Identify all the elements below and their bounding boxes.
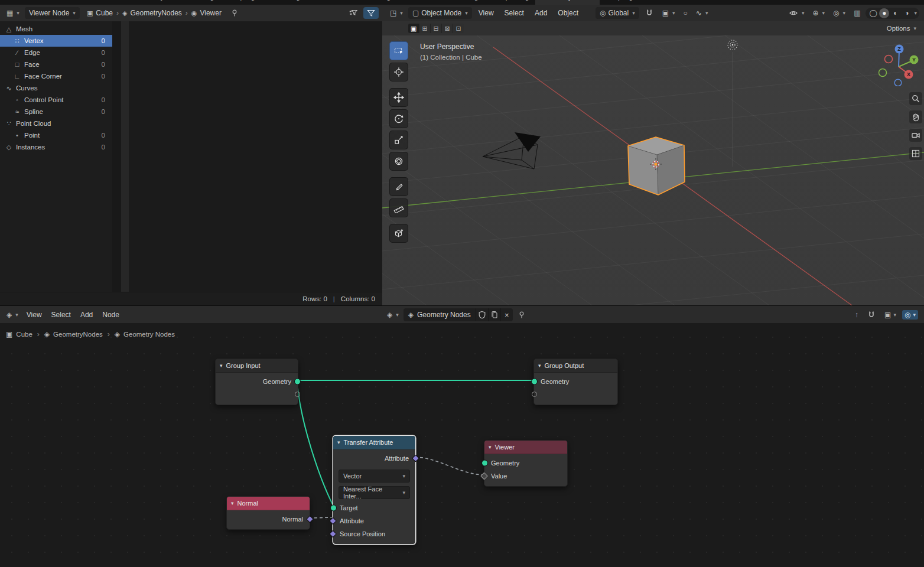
data-type-dropdown[interactable]: Vector ▾	[339, 470, 410, 483]
geometry-output-socket[interactable]	[294, 379, 301, 385]
tree-row-point-cloud[interactable]: ∵ Point Cloud	[0, 118, 112, 129]
collapse-icon[interactable]: ▾	[489, 444, 492, 450]
menu-view[interactable]: View	[22, 309, 46, 321]
menu-node[interactable]: Node	[98, 309, 123, 321]
tool-rotate[interactable]	[389, 109, 408, 128]
node-group-output[interactable]: ▾ Group Output Geometry	[533, 359, 618, 405]
tree-row-vertex[interactable]: ∷ Vertex 0	[0, 35, 112, 47]
camera-object[interactable]	[483, 132, 541, 169]
camera-view-button[interactable]	[909, 129, 922, 142]
tree-row-spline[interactable]: ≈ Spline 0	[0, 106, 112, 118]
workspace-tab-rendering[interactable]: Rendering	[440, 0, 484, 5]
node-editor-canvas[interactable]: ▣ Cube › ◈ GeometryNodes › ◈ Geometry No…	[0, 323, 924, 567]
go-to-parent-button[interactable]: ↑	[853, 310, 861, 320]
tool-select-box[interactable]	[389, 41, 408, 60]
breadcrumb-nodetree[interactable]: ◈ GeometryNodes	[122, 9, 182, 17]
select-mode-intersect[interactable]: ⊡	[453, 24, 464, 33]
filter-sort-button[interactable]	[346, 7, 361, 19]
link-attribute-value[interactable]	[415, 457, 484, 475]
fake-user-toggle[interactable]	[476, 308, 488, 321]
pin-button[interactable]	[515, 309, 529, 320]
tool-add-cube[interactable]	[389, 224, 408, 243]
node-header[interactable]: ▾ Group Input	[216, 359, 298, 373]
navigation-gizmo[interactable]: Z Y X	[873, 40, 919, 86]
axis-neg-x-ball[interactable]	[885, 56, 893, 63]
nodetree-name-field[interactable]: ◈ Geometry Nodes	[404, 308, 476, 321]
workspace-tab-animation[interactable]: Animation	[397, 0, 440, 5]
cube-object[interactable]	[628, 137, 685, 195]
editor-type-button[interactable]: ▦ ▾	[4, 8, 22, 18]
mode-dropdown[interactable]: ▢ Object Mode ▾	[408, 7, 472, 19]
workspace-tab-geometry-nodes[interactable]: Geometry Nodes	[535, 0, 600, 5]
select-mode-set[interactable]: ▣	[408, 24, 419, 33]
ortho-toggle-button[interactable]	[909, 147, 922, 160]
virtual-output-socket[interactable]	[295, 392, 300, 397]
workspace-tab-shading[interactable]: Shading	[359, 0, 397, 5]
menu-view[interactable]: View	[474, 7, 498, 19]
breadcrumb-viewer[interactable]: ◉ Viewer	[191, 9, 222, 17]
workspace-tab-uv-editing[interactable]: UV Editing	[262, 0, 307, 5]
target-input-socket[interactable]	[330, 505, 337, 511]
filter-button[interactable]	[363, 7, 379, 19]
workspace-tab-modeling[interactable]: Modeling	[180, 0, 221, 5]
xray-toggle[interactable]: ▥	[851, 8, 863, 18]
show-overlays-dropdown[interactable]: ◎ ▾	[830, 8, 848, 18]
menu-object[interactable]: Object	[554, 7, 583, 19]
node-normal[interactable]: ▾ Normal Normal	[226, 496, 310, 530]
shading-material-button[interactable]: ◐	[890, 8, 900, 18]
virtual-input-socket[interactable]	[532, 392, 537, 397]
menu-add[interactable]: Add	[76, 309, 97, 321]
shading-wireframe-button[interactable]: ◯	[868, 8, 878, 18]
node-transfer-attribute[interactable]: ▾ Transfer Attribute Attribute Vector ▾ …	[333, 435, 416, 545]
options-button[interactable]: Options ▾	[884, 24, 919, 33]
proportional-falloff-dropdown[interactable]: ∿ ▾	[693, 8, 711, 18]
light-object[interactable]	[728, 40, 737, 50]
transform-orientation-dropdown[interactable]: ◎ Global ▾	[596, 7, 639, 19]
menu-add[interactable]: Add	[531, 7, 551, 19]
snap-with-dropdown[interactable]: ▣ ▾	[882, 310, 899, 320]
proportional-editing-toggle[interactable]: ○	[681, 8, 691, 18]
shading-rendered-button[interactable]: ◑	[902, 8, 912, 18]
collapse-icon[interactable]: ▾	[231, 500, 234, 506]
node-header[interactable]: ▾ Transfer Attribute	[333, 436, 415, 449]
menu-select[interactable]: Select	[47, 309, 75, 321]
tree-row-point[interactable]: • Point 0	[0, 129, 112, 141]
viewer-node-dropdown[interactable]: Viewer Node ▾	[25, 7, 80, 19]
tool-cursor[interactable]	[389, 63, 408, 82]
editor-type-button[interactable]: ◳ ▾	[387, 8, 406, 18]
select-mode-invert[interactable]: ⊠	[442, 24, 453, 33]
link-groupinput-target[interactable]	[297, 380, 333, 504]
pan-button[interactable]	[909, 110, 922, 123]
tool-move[interactable]	[389, 88, 408, 107]
select-mode-extend[interactable]: ⊞	[419, 24, 431, 33]
viewport-canvas[interactable]: User Perspective (1) Collection | Cube	[382, 35, 924, 305]
collapse-icon[interactable]: ▾	[337, 439, 340, 445]
snap-with-dropdown[interactable]: ▣ ▾	[659, 8, 678, 18]
workspace-tab-sculpting[interactable]: Sculpting	[220, 0, 261, 5]
show-gizmo-dropdown[interactable]: ⊕ ▾	[810, 8, 828, 18]
collapse-icon[interactable]: ▾	[220, 363, 223, 369]
editor-type-button[interactable]: ◈ ▾	[4, 310, 21, 320]
axis-neg-z-ball[interactable]	[894, 79, 902, 86]
node-header[interactable]: ▾ Group Output	[534, 359, 617, 373]
workspace-tab-compositing[interactable]: Compositing	[484, 0, 535, 5]
node-viewer[interactable]: ▾ Viewer Geometry Value	[484, 440, 568, 487]
tree-row-control-point[interactable]: ◦ Control Point 0	[0, 94, 112, 106]
axis-neg-y-ball[interactable]	[879, 69, 887, 77]
select-mode-subtract[interactable]: ⊟	[431, 24, 442, 33]
show-overlays-toggle[interactable]: ◎ ▾	[902, 310, 918, 320]
tool-scale[interactable]	[389, 131, 408, 149]
unlink-button[interactable]: ×	[500, 308, 513, 321]
browse-nodetree-button[interactable]: ◈ ▾	[384, 310, 402, 320]
tree-row-edge[interactable]: ∕ Edge 0	[0, 47, 112, 58]
collapse-icon[interactable]: ▾	[538, 363, 541, 369]
workspace-tab-scripting[interactable]: Scripting	[600, 0, 639, 5]
new-copy-button[interactable]	[488, 308, 500, 321]
tool-transform[interactable]	[389, 152, 408, 171]
pin-button[interactable]	[227, 8, 242, 18]
workspace-tab-layout[interactable]: Layout	[147, 0, 180, 5]
snap-toggle[interactable]	[864, 309, 879, 321]
node-header[interactable]: ▾ Normal	[227, 497, 310, 510]
tree-row-mesh[interactable]: △ Mesh	[0, 23, 112, 35]
tool-measure[interactable]	[389, 198, 408, 217]
